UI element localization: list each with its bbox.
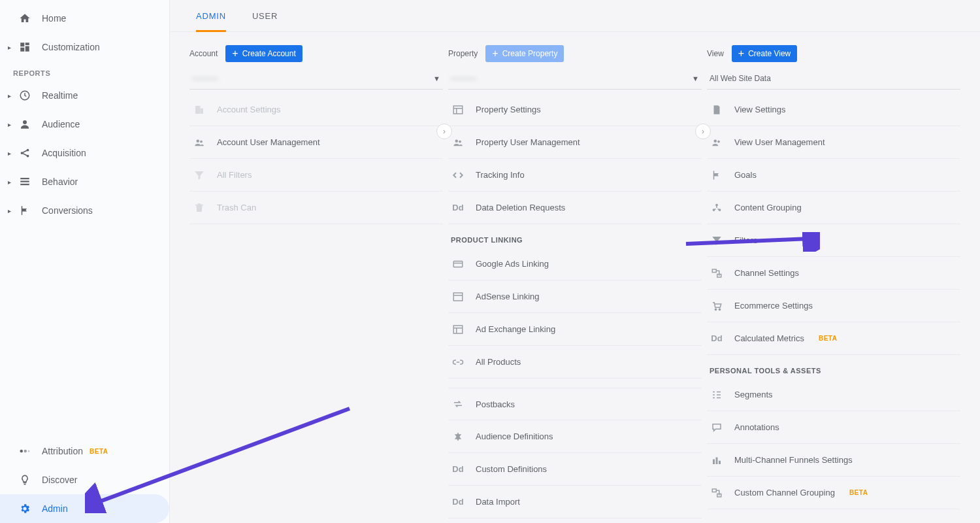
row-label: Property User Management: [476, 137, 580, 147]
sidebar-section-reports: REPORTS: [0, 61, 169, 81]
sidebar-item-customization[interactable]: ▸ Customization: [0, 33, 169, 61]
sidebar-item-acquisition[interactable]: ▸ Acquisition: [0, 139, 169, 167]
row-view-user-mgmt[interactable]: View User Management: [707, 126, 960, 159]
flag-icon: [710, 168, 724, 182]
row-label: Ecommerce Settings: [734, 301, 813, 311]
row-view-settings[interactable]: View Settings: [707, 93, 960, 126]
row-filters[interactable]: Filters: [707, 224, 960, 257]
row-label: Filters: [734, 235, 757, 245]
row-custom-definitions[interactable]: Dd Custom Definitions: [448, 453, 702, 486]
filter-icon: [710, 233, 724, 248]
account-selector[interactable]: ——— ▼: [189, 67, 443, 90]
sidebar-item-label: Behavior: [42, 177, 78, 187]
svg-point-21: [714, 139, 717, 143]
row-account-settings[interactable]: Account Settings: [189, 93, 443, 126]
row-label: Custom Definitions: [476, 464, 547, 474]
subhead-product-linking: PRODUCT LINKING: [448, 224, 702, 248]
swap-icon: [451, 397, 465, 411]
row-account-user-mgmt[interactable]: Account User Management: [189, 126, 443, 159]
svg-point-1: [23, 120, 27, 124]
tabs: ADMIN USER: [170, 0, 980, 32]
row-channel-settings[interactable]: Channel Settings: [707, 257, 960, 290]
sidebar-item-audience[interactable]: ▸ Audience: [0, 110, 169, 139]
svg-point-8: [20, 450, 24, 453]
sidebar-item-label: Realtime: [42, 90, 78, 101]
svg-rect-31: [716, 457, 718, 464]
subhead-personal-tools: PERSONAL TOOLS & ASSETS: [707, 355, 960, 379]
svg-rect-18: [453, 261, 463, 267]
row-label: Data Import: [476, 497, 520, 507]
sidebar-item-home[interactable]: Home: [0, 4, 169, 33]
svg-rect-26: [712, 269, 716, 273]
chevron-right-icon: ▸: [5, 120, 13, 128]
column-property: Property + Create Property ——— ▼ Propert…: [448, 45, 702, 510]
row-data-deletion[interactable]: Dd Data Deletion Requests: [448, 192, 702, 224]
tab-admin[interactable]: ADMIN: [196, 0, 226, 31]
svg-rect-19: [453, 293, 463, 301]
row-label: View Settings: [734, 105, 786, 114]
row-tracking-info[interactable]: Tracking Info: [448, 159, 702, 192]
row-label: Google Ads Linking: [476, 259, 549, 269]
row-calculated-metrics[interactable]: Dd Calculated Metrics BETA: [707, 322, 960, 355]
svg-point-10: [28, 450, 30, 452]
code-icon: [451, 168, 465, 182]
tab-user[interactable]: USER: [252, 0, 278, 31]
row-property-settings[interactable]: Property Settings: [448, 93, 702, 126]
people-icon: [451, 135, 465, 150]
chevron-right-icon: ▸: [5, 207, 13, 214]
row-all-products[interactable]: All Products: [448, 346, 702, 379]
row-custom-channel-grouping[interactable]: Custom Channel Grouping BETA: [707, 477, 960, 509]
row-mcf-settings[interactable]: Multi-Channel Funnels Settings: [707, 444, 960, 477]
row-label: AdSense Linking: [476, 292, 540, 301]
row-label: Goals: [734, 170, 757, 180]
sidebar-item-label: Acquisition: [42, 148, 86, 158]
row-google-ads-linking[interactable]: Google Ads Linking: [448, 248, 702, 280]
bulb-icon: [16, 471, 34, 489]
create-view-button[interactable]: + Create View: [732, 45, 798, 62]
svg-rect-30: [713, 459, 715, 464]
link-icon: [451, 355, 465, 369]
layout-icon: [451, 290, 465, 304]
row-content-grouping[interactable]: Content Grouping: [707, 192, 960, 224]
row-label: View User Management: [734, 137, 825, 147]
row-label: Multi-Channel Funnels Settings: [734, 455, 853, 465]
column-view: View + Create View All Web Site Data Vie…: [707, 45, 960, 510]
svg-rect-7: [20, 184, 29, 185]
spacer: [5, 447, 13, 455]
svg-point-28: [715, 309, 716, 310]
button-label: Create Account: [242, 49, 296, 58]
row-label: Data Deletion Requests: [476, 203, 565, 212]
row-label: Tracking Info: [476, 170, 525, 180]
sidebar-item-realtime[interactable]: ▸ Realtime: [0, 81, 169, 110]
sidebar-item-admin[interactable]: Admin: [0, 494, 169, 523]
beta-badge: BETA: [849, 489, 868, 496]
row-adsense-linking[interactable]: AdSense Linking: [448, 280, 702, 313]
view-selector[interactable]: All Web Site Data: [707, 67, 960, 90]
svg-rect-32: [719, 460, 721, 464]
row-segments[interactable]: Segments: [707, 379, 960, 411]
row-data-import[interactable]: Dd Data Import: [448, 486, 702, 518]
create-account-button[interactable]: + Create Account: [225, 45, 302, 62]
property-selector[interactable]: ——— ▼: [448, 67, 702, 90]
sidebar-item-discover[interactable]: Discover: [0, 465, 169, 494]
row-annotations[interactable]: Annotations: [707, 411, 960, 444]
row-goals[interactable]: Goals: [707, 159, 960, 192]
dd-icon: Dd: [451, 495, 465, 509]
sidebar-item-behavior[interactable]: ▸ Behavior: [0, 167, 169, 196]
beta-badge: BETA: [819, 335, 837, 342]
row-postbacks[interactable]: Postbacks: [448, 388, 702, 420]
button-label: Create Property: [502, 49, 558, 58]
sidebar-item-conversions[interactable]: ▸ Conversions: [0, 196, 169, 225]
row-property-user-mgmt[interactable]: Property User Management: [448, 126, 702, 159]
selected-value: ———: [451, 73, 476, 83]
svg-point-14: [200, 140, 203, 143]
row-adx-linking[interactable]: Ad Exchange Linking: [448, 313, 702, 346]
row-all-filters[interactable]: All Filters: [189, 159, 443, 192]
create-property-button[interactable]: + Create Property: [485, 45, 564, 62]
dd-icon: Dd: [451, 201, 465, 215]
row-audience-definitions[interactable]: Audience Definitions: [448, 420, 702, 453]
sidebar-item-attribution[interactable]: Attribution BETA: [0, 437, 169, 465]
row-ecommerce-settings[interactable]: Ecommerce Settings: [707, 290, 960, 322]
row-trash-can[interactable]: Trash Can: [189, 192, 443, 224]
layout-icon: [451, 322, 465, 337]
